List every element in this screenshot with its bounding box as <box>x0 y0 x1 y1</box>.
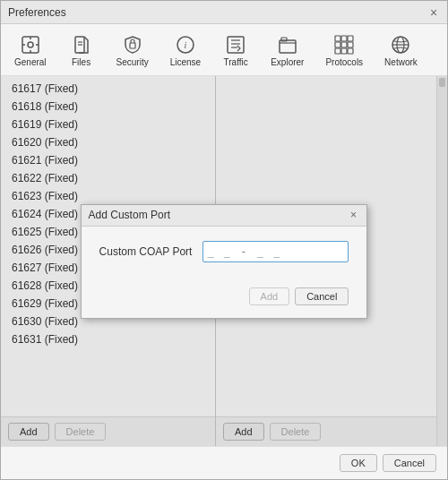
coap-port-label: Custom COAP Port <box>99 245 193 258</box>
tab-general-label: General <box>14 57 47 67</box>
tab-traffic-label: Traffic <box>224 57 248 67</box>
network-icon <box>390 34 411 56</box>
modal-footer: Add Cancel <box>82 287 367 318</box>
tab-network-label: Network <box>384 57 418 67</box>
tab-network[interactable]: Network <box>375 30 427 72</box>
license-icon: i <box>175 34 196 56</box>
svg-rect-18 <box>335 36 340 41</box>
modal-title: Add Custom Port <box>89 209 170 221</box>
tab-license[interactable]: i License <box>160 30 211 72</box>
window-close-button[interactable]: × <box>427 6 440 19</box>
modal-title-bar: Add Custom Port × <box>82 205 367 227</box>
form-row-coap-port: Custom COAP Port <box>99 241 349 262</box>
title-bar: Preferences × <box>1 1 447 24</box>
tab-license-label: License <box>170 57 201 67</box>
bottom-bar: OK Cancel <box>1 446 447 479</box>
tab-protocols[interactable]: Protocols <box>315 30 373 72</box>
tab-traffic[interactable]: Traffic <box>212 30 259 72</box>
tab-security-label: Security <box>116 57 149 67</box>
svg-rect-12 <box>228 37 244 53</box>
tab-explorer-label: Explorer <box>271 57 304 67</box>
svg-rect-25 <box>341 48 347 54</box>
window-title: Preferences <box>8 6 66 19</box>
tab-protocols-label: Protocols <box>325 57 363 67</box>
svg-rect-9 <box>130 43 135 48</box>
add-custom-port-modal: Add Custom Port × Custom COAP Port Add C… <box>81 204 368 319</box>
coap-port-input[interactable] <box>202 241 349 262</box>
ok-button[interactable]: OK <box>340 454 377 472</box>
svg-rect-23 <box>348 42 353 47</box>
svg-rect-21 <box>335 42 340 47</box>
tab-files-label: Files <box>72 57 90 67</box>
modal-add-button[interactable]: Add <box>249 287 290 305</box>
svg-rect-22 <box>341 42 347 47</box>
general-icon <box>20 34 41 56</box>
svg-rect-19 <box>341 36 347 41</box>
tab-general[interactable]: General <box>4 30 56 72</box>
protocols-icon <box>333 34 355 56</box>
toolbar: General Files Security <box>1 24 447 76</box>
svg-rect-16 <box>280 40 296 53</box>
svg-text:i: i <box>185 40 187 50</box>
cancel-button[interactable]: Cancel <box>383 454 436 472</box>
modal-cancel-button[interactable]: Cancel <box>295 287 349 305</box>
security-icon <box>122 34 143 56</box>
tab-explorer[interactable]: Explorer <box>261 30 314 72</box>
svg-rect-17 <box>281 38 287 41</box>
modal-close-button[interactable]: × <box>347 209 359 221</box>
files-icon <box>71 34 92 56</box>
modal-overlay: Add Custom Port × Custom COAP Port Add C… <box>1 76 447 446</box>
modal-body: Custom COAP Port <box>82 227 367 287</box>
explorer-icon <box>277 34 298 56</box>
svg-rect-20 <box>348 36 353 41</box>
content-area: 61617 (Fixed)61618 (Fixed)61619 (Fixed)6… <box>1 76 447 446</box>
preferences-window: Preferences × General <box>0 0 448 480</box>
tab-files[interactable]: Files <box>58 30 105 72</box>
svg-point-1 <box>28 42 33 47</box>
tab-security[interactable]: Security <box>107 30 159 72</box>
traffic-icon <box>225 34 246 56</box>
svg-rect-24 <box>335 48 340 54</box>
svg-rect-26 <box>348 48 353 54</box>
